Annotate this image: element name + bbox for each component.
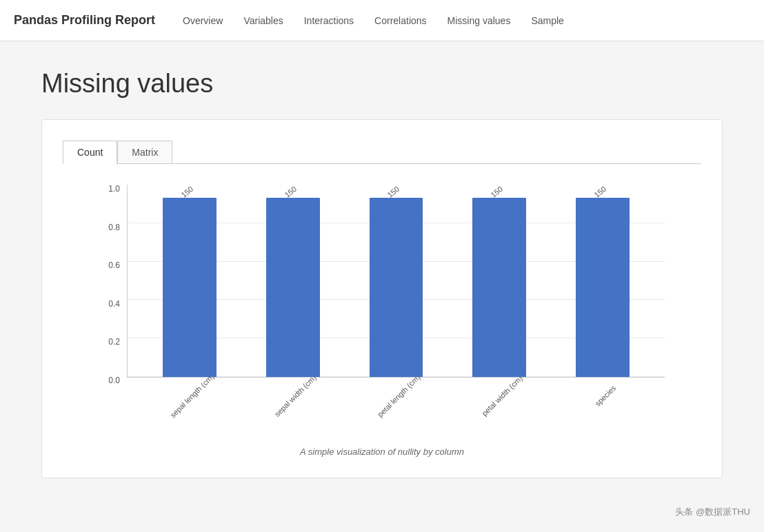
x-label-item-0: sepal length (cm) <box>148 383 230 440</box>
bar-value-2: 150 <box>386 185 401 199</box>
main-content: Missing values Count Matrix 1.0 0.8 0.6 … <box>0 41 764 532</box>
tab-matrix[interactable]: Matrix <box>117 141 172 164</box>
bar-rect-1 <box>266 198 320 377</box>
nav-missing-values[interactable]: Missing values <box>448 12 511 30</box>
x-label-text-4: species <box>594 384 618 408</box>
x-label-item-3: petal width (cm) <box>458 383 541 440</box>
bars-row: 150150150150150 <box>127 185 665 378</box>
x-label-item-2: petal length (cm) <box>354 383 437 440</box>
main-nav: Overview Variables Interactions Correlat… <box>183 12 564 30</box>
x-label-text-3: petal width (cm) <box>481 374 524 418</box>
bar-value-3: 150 <box>490 185 505 199</box>
nav-variables[interactable]: Variables <box>243 12 283 30</box>
bars-area: 150150150150150 sepal length (cm)sepal w… <box>127 185 665 440</box>
bar-rect-0 <box>163 198 217 377</box>
page-title: Missing values <box>41 69 723 99</box>
nav-sample[interactable]: Sample <box>531 12 563 30</box>
bar-group-1: 150 <box>252 185 334 377</box>
header: Pandas Profiling Report Overview Variabl… <box>0 0 764 41</box>
brand-title: Pandas Profiling Report <box>14 13 155 28</box>
chart-tabs: Count Matrix <box>63 141 701 164</box>
bar-group-4: 150 <box>561 185 644 377</box>
bar-group-0: 150 <box>148 185 231 377</box>
bar-group-3: 150 <box>458 185 541 377</box>
bar-rect-3 <box>472 198 526 377</box>
watermark: 头条 @数据派THU <box>675 506 750 518</box>
x-label-text-0: sepal length (cm) <box>168 372 215 419</box>
nav-correlations[interactable]: Correlations <box>374 12 426 30</box>
x-label-text-1: sepal width (cm) <box>273 374 318 418</box>
y-label-3: 0.4 <box>108 300 120 308</box>
y-label-1: 0.8 <box>108 223 120 232</box>
missing-values-card: Count Matrix 1.0 0.8 0.6 0.4 0.2 0.0 <box>41 119 723 478</box>
nav-overview[interactable]: Overview <box>183 12 223 30</box>
bar-value-4: 150 <box>592 185 607 199</box>
tab-count[interactable]: Count <box>63 141 117 164</box>
chart-inner: 1.0 0.8 0.6 0.4 0.2 0.0 150150150150150 … <box>99 185 665 440</box>
bar-value-0: 150 <box>179 185 194 199</box>
bar-group-2: 150 <box>355 185 438 377</box>
bar-rect-2 <box>370 198 423 377</box>
y-label-2: 0.6 <box>108 261 120 269</box>
y-label-4: 0.2 <box>108 338 120 346</box>
bar-rect-4 <box>576 198 630 377</box>
bar-chart: 1.0 0.8 0.6 0.4 0.2 0.0 150150150150150 … <box>63 185 701 457</box>
x-label-item-4: species <box>561 383 644 440</box>
x-label-item-1: sepal width (cm) <box>251 383 334 440</box>
bar-value-1: 150 <box>283 185 298 199</box>
x-label-text-2: petal length (cm) <box>376 373 421 418</box>
chart-caption: A simple visualization of nullity by col… <box>300 447 464 457</box>
y-label-0: 1.0 <box>108 185 120 193</box>
nav-interactions[interactable]: Interactions <box>304 12 354 30</box>
y-label-5: 0.0 <box>108 376 120 385</box>
y-axis: 1.0 0.8 0.6 0.4 0.2 0.0 <box>99 185 127 440</box>
x-labels: sepal length (cm)sepal width (cm)petal l… <box>127 378 665 440</box>
